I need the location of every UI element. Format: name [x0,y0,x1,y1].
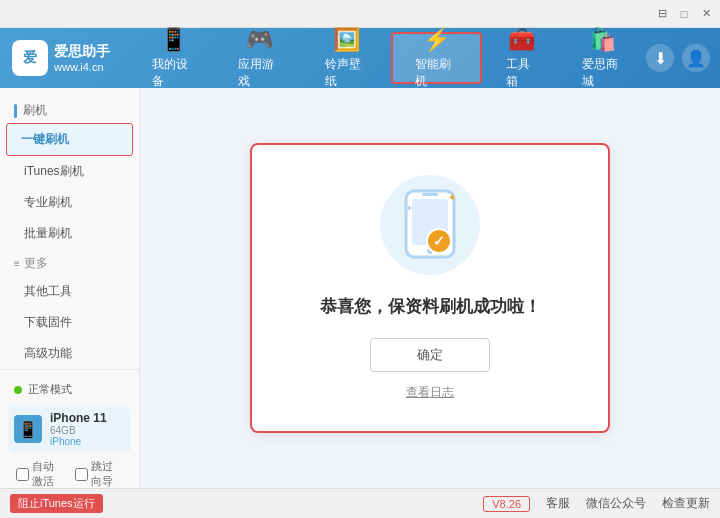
footer-right: V8.26 客服 微信公众号 检查更新 [483,495,710,512]
sidebar-item-itunes-flash[interactable]: iTunes刷机 [0,156,139,187]
history-link[interactable]: 查看日志 [406,384,454,401]
logo: 爱 爱思助手 www.i4.cn [0,40,130,76]
content-area: ✦ ✦ ✓ 恭喜您，保资料刷机成功啦！ 确定 查看日志 [140,88,720,488]
sidebar-bottom: 正常模式 📱 iPhone 11 64GB iPhone 自动激活 跳过向导 [0,369,139,503]
ringtones-icon: 🖼️ [333,27,360,53]
sidebar-item-other-tools[interactable]: 其他工具 [0,276,139,307]
logo-icon: 爱 [12,40,48,76]
toolbox-icon: 🧰 [508,27,535,53]
confirm-button[interactable]: 确定 [370,338,490,372]
download-btn[interactable]: ⬇ [646,44,674,72]
close-btn[interactable]: ✕ [696,4,716,24]
success-title: 恭喜您，保资料刷机成功啦！ [320,295,541,318]
titlebar: ⊟ □ ✕ [0,0,720,28]
sidebar-item-one-click[interactable]: 一键刷机 [6,123,133,156]
device-mode: 正常模式 [8,378,131,401]
logo-text: 爱思助手 www.i4.cn [54,43,110,73]
nav-tabs: 📱 我的设备 🎮 应用游戏 🖼️ 铃声壁纸 ⚡ 智能刷机 🧰 工具箱 🛍️ 爱思… [130,28,646,88]
maximize-btn[interactable]: □ [674,4,694,24]
stop-itunes-btn[interactable]: 阻止iTunes运行 [10,494,103,513]
checkmark-badge: ✓ [426,228,452,254]
my-device-icon: 📱 [160,27,187,53]
tab-toolbox[interactable]: 🧰 工具箱 [484,28,560,88]
main-layout: 刷机 一键刷机 iTunes刷机 专业刷机 批量刷机 ≡ 更多 其他工具 下载固… [0,88,720,488]
device-icon: 📱 [14,415,42,443]
tab-ringtones[interactable]: 🖼️ 铃声壁纸 [303,28,389,88]
store-icon: 🛍️ [589,27,616,53]
phone-illustration: ✦ ✦ ✓ [404,189,456,262]
svg-text:✦: ✦ [406,204,413,213]
device-details: iPhone 11 64GB iPhone [50,411,107,447]
user-btn[interactable]: 👤 [682,44,710,72]
success-illustration: ✦ ✦ ✓ [380,175,480,275]
sidebar-item-batch-flash[interactable]: 批量刷机 [0,218,139,249]
more-icon: ≡ [14,258,20,269]
sidebar-item-advanced[interactable]: 高级功能 [0,338,139,369]
svg-text:✦: ✦ [448,192,456,203]
smart-flash-icon: ⚡ [423,27,450,53]
navbar: 爱 爱思助手 www.i4.cn 📱 我的设备 🎮 应用游戏 🖼️ 铃声壁纸 ⚡… [0,28,720,88]
tab-smart-flash[interactable]: ⚡ 智能刷机 [391,32,481,84]
sidebar: 刷机 一键刷机 iTunes刷机 专业刷机 批量刷机 ≡ 更多 其他工具 下载固… [0,88,140,488]
tab-store[interactable]: 🛍️ 爱思商城 [560,28,646,88]
sidebar-checkboxes: 自动激活 跳过向导 [8,453,131,495]
version-badge[interactable]: V8.26 [483,496,530,512]
sidebar-section-more: ≡ 更多 [0,249,139,276]
success-card: ✦ ✦ ✓ 恭喜您，保资料刷机成功啦！ 确定 查看日志 [250,143,610,433]
service-link[interactable]: 客服 [546,495,570,512]
sidebar-section-flash: 刷机 [0,96,139,123]
mode-dot [14,386,22,394]
apps-games-icon: 🎮 [246,27,273,53]
svg-rect-3 [422,193,438,196]
navbar-actions: ⬇ 👤 [646,44,720,72]
wechat-link[interactable]: 微信公众号 [586,495,646,512]
device-info: 📱 iPhone 11 64GB iPhone [8,405,131,453]
check-update-link[interactable]: 检查更新 [662,495,710,512]
sidebar-item-pro-flash[interactable]: 专业刷机 [0,187,139,218]
sidebar-item-download-firmware[interactable]: 下载固件 [0,307,139,338]
tab-apps-games[interactable]: 🎮 应用游戏 [216,28,302,88]
skip-guide-checkbox[interactable]: 跳过向导 [75,459,124,489]
tab-my-device[interactable]: 📱 我的设备 [130,28,216,88]
auto-activate-checkbox[interactable]: 自动激活 [16,459,65,489]
footer-left: 阻止iTunes运行 [10,494,483,513]
minimize-btn[interactable]: ⊟ [652,4,672,24]
